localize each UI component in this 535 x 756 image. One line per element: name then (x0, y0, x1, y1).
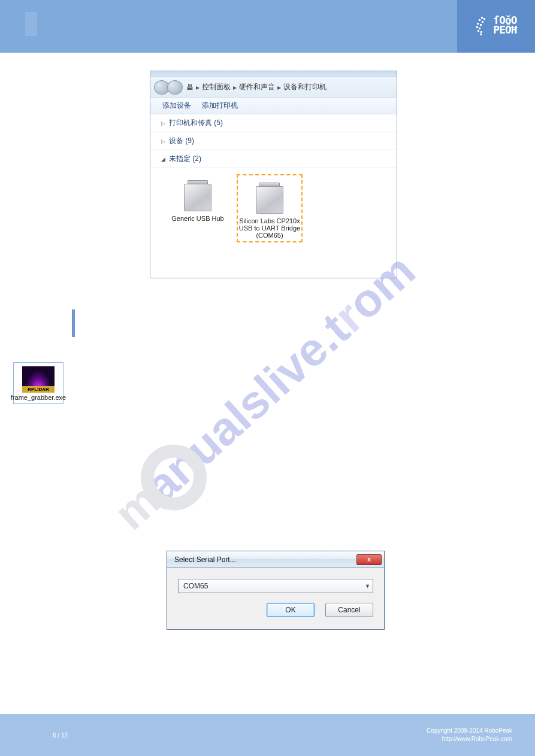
logo-icon (475, 16, 491, 37)
svg-rect-5 (480, 24, 482, 26)
heading-accent-bar (72, 309, 75, 337)
device-item-usb-hub[interactable]: Generic USB Hub (165, 174, 231, 242)
serial-port-dialog: Select Serial Port... x COM65 ▼ OK Cance… (167, 551, 385, 630)
exe-filename: frame_grabber.exe (11, 394, 66, 401)
header-tab (25, 12, 37, 36)
svg-rect-3 (482, 21, 483, 23)
svg-rect-10 (480, 34, 482, 35)
device-label: Generic USB Hub (171, 215, 223, 222)
category-label: 打印机和传真 (5) (169, 118, 223, 128)
page-footer: 6 / 12 Copyright 2009-2014 RoboPeak http… (0, 714, 535, 756)
dialog-title: Select Serial Port... (174, 555, 236, 564)
chevron-right-icon: ▷ (161, 138, 165, 144)
select-value: COM65 (183, 582, 208, 590)
window-titlebar (150, 71, 397, 77)
svg-rect-7 (479, 28, 480, 29)
copyright-text: Copyright 2009-2014 RoboPeak (427, 727, 512, 735)
page-header: ſOŏO PEŌĦ (0, 0, 535, 53)
chevron-down-icon: ◢ (161, 156, 165, 162)
svg-rect-8 (477, 30, 479, 32)
dropdown-arrow-icon: ▼ (365, 583, 370, 589)
category-unspecified[interactable]: ◢ 未指定 (2) (150, 150, 397, 168)
section-heading: Run Demo Application (72, 308, 248, 338)
footer-url: http://www.RoboPeak.com (427, 735, 512, 743)
svg-rect-6 (476, 26, 478, 28)
page-number: 6 / 12 (53, 732, 68, 739)
svg-rect-4 (477, 23, 479, 25)
nav-forward-button[interactable] (167, 80, 183, 95)
category-printers[interactable]: ▷ 打印机和传真 (5) (150, 114, 397, 132)
category-devices[interactable]: ▷ 设备 (9) (150, 132, 397, 150)
close-button[interactable]: x (356, 554, 382, 565)
breadcrumb-3[interactable]: 设备和打印机 (283, 82, 327, 92)
window-nav[interactable]: 🖶 ▸ 控制面板 ▸ 硬件和声音 ▸ 设备和打印机 (150, 77, 397, 98)
exe-icon: RPLIDAR (22, 366, 55, 393)
device-item-cp210x[interactable]: Silicon Labs CP210x USB to UART Bridge (… (237, 174, 303, 242)
breadcrumb-1[interactable]: 控制面板 (202, 82, 231, 92)
logo-text-2: PEŌĦ (493, 25, 516, 35)
window-toolbar: 添加设备 添加打印机 (150, 98, 397, 114)
toolbar-add-printer[interactable]: 添加打印机 (202, 101, 238, 111)
exe-file-item[interactable]: RPLIDAR frame_grabber.exe (13, 362, 64, 404)
breadcrumb-2[interactable]: 硬件和声音 (239, 82, 275, 92)
cancel-button[interactable]: Cancel (325, 603, 373, 617)
chevron-right-icon: ▷ (161, 120, 165, 126)
ok-button[interactable]: OK (267, 603, 315, 617)
svg-rect-1 (483, 18, 485, 20)
section-title: Run Demo Application (82, 314, 248, 333)
device-icon (256, 179, 283, 214)
toolbar-add-device[interactable]: 添加设备 (162, 101, 191, 111)
category-label: 未指定 (2) (169, 154, 201, 164)
svg-rect-0 (481, 17, 483, 19)
exe-icon-tag: RPLIDAR (22, 386, 55, 393)
svg-point-12 (137, 441, 211, 515)
logo-box: ſOŏO PEŌĦ (457, 0, 535, 53)
device-icon (184, 177, 211, 211)
svg-rect-9 (480, 31, 482, 33)
category-label: 设备 (9) (169, 136, 194, 146)
svg-text:manualslive.trom: manualslive.trom (104, 244, 425, 540)
devices-window: 🖶 ▸ 控制面板 ▸ 硬件和声音 ▸ 设备和打印机 添加设备 添加打印机 ▷ 打… (150, 71, 397, 278)
serial-port-select[interactable]: COM65 ▼ (178, 579, 373, 593)
device-label: Silicon Labs CP210x USB to UART Bridge (… (238, 217, 301, 239)
dialog-titlebar: Select Serial Port... x (167, 551, 384, 568)
breadcrumb-icon: 🖶 (186, 83, 194, 92)
svg-rect-2 (479, 19, 480, 21)
